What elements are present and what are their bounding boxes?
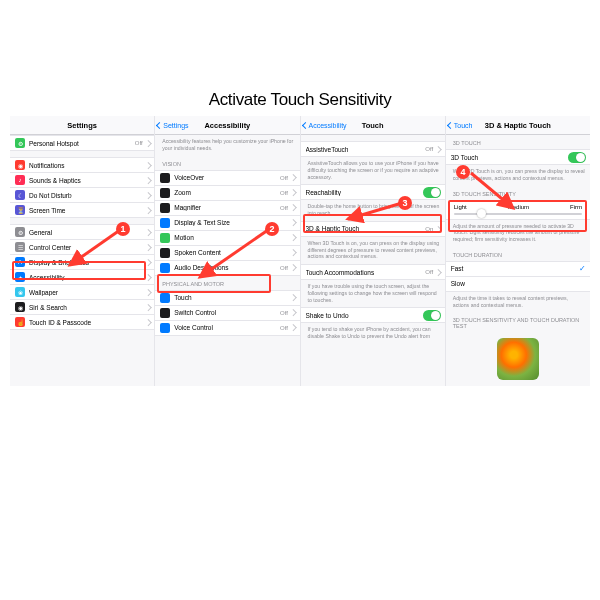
- list-item[interactable]: Touch: [155, 290, 299, 306]
- cell-value: Off: [280, 175, 288, 181]
- chevron-right-icon: [290, 264, 296, 270]
- chevron-right-icon: [145, 140, 151, 146]
- app-icon: ♪: [15, 175, 25, 185]
- group-vision: VISION: [155, 156, 299, 170]
- row-fast[interactable]: Fast✓: [446, 261, 590, 277]
- intro-text: Accessibility features help you customiz…: [155, 135, 299, 156]
- chevron-right-icon: [290, 189, 296, 195]
- cell-label: Personal Hotspot: [29, 140, 133, 147]
- chevron-right-icon: [290, 294, 296, 300]
- list-item[interactable]: ◉Siri & Search: [10, 300, 154, 315]
- cell-label: Wallpaper: [29, 289, 143, 296]
- app-icon: [160, 323, 170, 333]
- foot: If you have trouble using the touch scre…: [301, 280, 445, 307]
- chevron-right-icon: [145, 274, 151, 280]
- row-3dtouch[interactable]: 3D Touch: [446, 149, 590, 165]
- cell-value: Off: [280, 265, 288, 271]
- pane-3d-haptic: Touch 3D & Haptic Touch 3D TOUCH 3D Touc…: [446, 116, 590, 386]
- nav-back[interactable]: Touch: [448, 122, 473, 129]
- foot: Adjust the amount of pressure needed to …: [446, 220, 590, 247]
- chevron-right-icon: [290, 204, 296, 210]
- chevron-right-icon: [290, 309, 296, 315]
- list-item[interactable]: Spoken Content: [155, 246, 299, 261]
- pane-settings: Settings ⚙Personal HotspotOff◉Notificati…: [10, 116, 155, 386]
- app-icon: ☾: [15, 190, 25, 200]
- list-item[interactable]: ⏳Screen Time: [10, 203, 154, 218]
- step-badge-2: 2: [265, 222, 279, 236]
- app-icon: [160, 263, 170, 273]
- foot: Adjust the time it takes to reveal conte…: [446, 292, 590, 313]
- list-item[interactable]: ADisplay & Brightness: [10, 255, 154, 270]
- cell-value: Off: [280, 205, 288, 211]
- group-motor: PHYSICAL AND MOTOR: [155, 276, 299, 290]
- app-icon: [160, 248, 170, 258]
- cell-label: Accessibility: [29, 274, 143, 281]
- chevron-left-icon: [156, 121, 163, 128]
- chevron-right-icon: [145, 177, 151, 183]
- chevron-right-icon: [435, 146, 441, 152]
- nav-bar: Touch 3D & Haptic Touch: [446, 116, 590, 135]
- chevron-right-icon: [145, 207, 151, 213]
- list-item[interactable]: ♪Sounds & Haptics: [10, 173, 154, 188]
- chevron-right-icon: [290, 234, 296, 240]
- step-badge-3: 3: [398, 196, 412, 210]
- list-item[interactable]: ☾Do Not Disturb: [10, 188, 154, 203]
- chevron-right-icon: [145, 229, 151, 235]
- foot: If you tend to shake your iPhone by acci…: [301, 323, 445, 344]
- list-item[interactable]: VoiceOverOff: [155, 170, 299, 186]
- nav-back[interactable]: Accessibility: [303, 122, 347, 129]
- chevron-right-icon: [145, 289, 151, 295]
- nav-title: Accessibility: [204, 121, 250, 130]
- nav-bar: Accessibility Touch: [301, 116, 445, 135]
- test-image[interactable]: [497, 338, 539, 380]
- cell-label: Screen Time: [29, 207, 143, 214]
- list-item[interactable]: ⚙Personal HotspotOff: [10, 135, 154, 151]
- list-item[interactable]: ZoomOff: [155, 186, 299, 201]
- chevron-right-icon: [145, 162, 151, 168]
- check-icon: ✓: [579, 264, 586, 273]
- app-icon: ✦: [15, 272, 25, 282]
- page-title: Activate Touch Sensitivity: [0, 90, 600, 110]
- group-test: 3D TOUCH SENSITIVITY AND TOUCH DURATION …: [446, 312, 590, 332]
- row-touch-accommodations[interactable]: Touch AccommodationsOff: [301, 264, 445, 280]
- cell-label: Display & Brightness: [29, 259, 143, 266]
- nav-back[interactable]: Settings: [157, 122, 188, 129]
- chevron-right-icon: [290, 174, 296, 180]
- list-item[interactable]: ◉Notifications: [10, 157, 154, 173]
- cell-label: Siri & Search: [29, 304, 143, 311]
- cell-label: Zoom: [174, 189, 278, 196]
- app-icon: [160, 308, 170, 318]
- chevron-right-icon: [290, 324, 296, 330]
- app-icon: [160, 203, 170, 213]
- cell-value: Off: [135, 140, 143, 146]
- row-assistivetouch[interactable]: AssistiveTouchOff: [301, 141, 445, 157]
- row-3d-haptic[interactable]: 3D & Haptic TouchOn: [301, 221, 445, 237]
- toggle-switch[interactable]: [568, 152, 586, 163]
- row-shake-undo[interactable]: Shake to Undo: [301, 307, 445, 323]
- chevron-right-icon: [435, 269, 441, 275]
- cell-label: Sounds & Haptics: [29, 177, 143, 184]
- row-slow[interactable]: Slow: [446, 277, 590, 292]
- cell-label: Touch ID & Passcode: [29, 319, 143, 326]
- list-item[interactable]: ⚙General: [10, 224, 154, 240]
- list-item[interactable]: Audio DescriptionsOff: [155, 261, 299, 276]
- app-icon: [160, 188, 170, 198]
- list-item[interactable]: Switch ControlOff: [155, 306, 299, 321]
- row-reachability[interactable]: Reachability: [301, 184, 445, 200]
- nav-bar: Settings: [10, 116, 154, 135]
- cell-label: Voice Control: [174, 324, 278, 331]
- chevron-right-icon: [145, 259, 151, 265]
- list-item[interactable]: ☝Touch ID & Passcode: [10, 315, 154, 330]
- chevron-right-icon: [290, 249, 296, 255]
- list-item[interactable]: ✦Accessibility: [10, 270, 154, 285]
- nav-title: 3D & Haptic Touch: [485, 121, 551, 130]
- toggle-switch[interactable]: [423, 310, 441, 321]
- list-item[interactable]: ❀Wallpaper: [10, 285, 154, 300]
- list-item[interactable]: MagnifierOff: [155, 201, 299, 216]
- list-item[interactable]: Voice ControlOff: [155, 321, 299, 336]
- list-item[interactable]: ☰Control Center: [10, 240, 154, 255]
- toggle-switch[interactable]: [423, 187, 441, 198]
- foot: When 3D Touch is on, you can press on th…: [301, 237, 445, 264]
- slider-thumb[interactable]: [477, 209, 486, 218]
- sensitivity-slider[interactable]: LightMediumFirm: [446, 200, 590, 220]
